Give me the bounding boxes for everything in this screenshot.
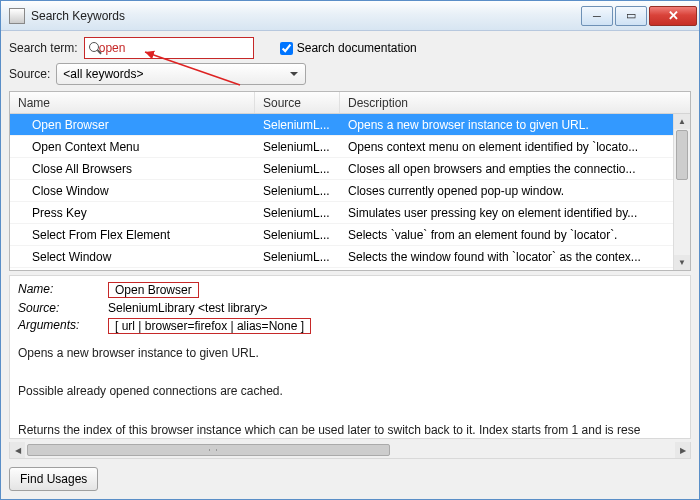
maximize-button[interactable]: ▭: [615, 6, 647, 26]
cell-desc: Selects `value` from an element found by…: [340, 228, 690, 242]
cell-name: Open Context Menu: [10, 140, 255, 154]
table-row[interactable]: Open BrowserSeleniumL...Opens a new brow…: [10, 114, 690, 136]
vertical-scrollbar[interactable]: ▲ ▼: [673, 114, 690, 270]
search-input[interactable]: [99, 41, 249, 55]
hscroll-thumb[interactable]: [27, 444, 390, 456]
cell-name: Close Window: [10, 184, 255, 198]
source-label: Source:: [9, 67, 50, 81]
table-body: Open BrowserSeleniumL...Opens a new brow…: [10, 114, 690, 270]
cell-name: Select From Flex Element: [10, 228, 255, 242]
cell-desc: Simulates user pressing key on element i…: [340, 206, 690, 220]
table-row[interactable]: Close WindowSeleniumL...Closes currently…: [10, 180, 690, 202]
cell-name: Open Browser: [10, 118, 255, 132]
cell-name: Close All Browsers: [10, 162, 255, 176]
minimize-button[interactable]: ─: [581, 6, 613, 26]
cell-desc: Opens a new browser instance to given UR…: [340, 118, 690, 132]
scroll-right-icon[interactable]: ▶: [675, 442, 690, 458]
col-name[interactable]: Name: [10, 92, 255, 113]
cell-source: SeleniumL...: [255, 250, 340, 264]
scroll-thumb[interactable]: [676, 130, 688, 180]
cell-source: SeleniumL...: [255, 118, 340, 132]
cell-desc: Closes currently opened pop-up window.: [340, 184, 690, 198]
table-row[interactable]: Open Context MenuSeleniumL...Opens conte…: [10, 136, 690, 158]
detail-args-label: Arguments:: [18, 318, 96, 334]
cell-source: SeleniumL...: [255, 140, 340, 154]
cell-source: SeleniumL...: [255, 228, 340, 242]
doc-line-3: Returns the index of this browser instan…: [18, 421, 682, 439]
results-table: Name Source Description Open BrowserSele…: [9, 91, 691, 271]
cell-desc: Selects the window found with `locator` …: [340, 250, 690, 264]
search-documentation-label: Search documentation: [297, 41, 417, 55]
source-select-value: <all keywords>: [63, 67, 143, 81]
table-row[interactable]: Select From Flex ElementSeleniumL...Sele…: [10, 224, 690, 246]
details-panel: Name: Open Browser Source: SeleniumLibra…: [9, 275, 691, 439]
search-keywords-window: Search Keywords ─ ▭ ✕ Search term: Searc…: [0, 0, 700, 500]
scroll-down-icon[interactable]: ▼: [674, 255, 690, 270]
scroll-up-icon[interactable]: ▲: [674, 114, 690, 129]
cell-source: SeleniumL...: [255, 162, 340, 176]
cell-name: Press Key: [10, 206, 255, 220]
detail-args-value: [ url | browser=firefox | alias=None ]: [108, 318, 311, 334]
window-title: Search Keywords: [31, 9, 581, 23]
table-row[interactable]: Press KeySeleniumL...Simulates user pres…: [10, 202, 690, 224]
table-row[interactable]: Select WindowSeleniumL...Selects the win…: [10, 246, 690, 268]
doc-line-1: Opens a new browser instance to given UR…: [18, 344, 682, 363]
source-select[interactable]: <all keywords>: [56, 63, 306, 85]
cell-desc: Opens context menu on element identified…: [340, 140, 690, 154]
cell-source: SeleniumL...: [255, 206, 340, 220]
find-usages-button[interactable]: Find Usages: [9, 467, 98, 491]
search-documentation-checkbox-input[interactable]: [280, 42, 293, 55]
table-row[interactable]: Close All BrowsersSeleniumL...Closes all…: [10, 158, 690, 180]
detail-source-label: Source:: [18, 301, 96, 315]
col-description[interactable]: Description: [340, 92, 690, 113]
detail-source-value: SeleniumLibrary <test library>: [108, 301, 267, 315]
search-icon: [89, 42, 95, 54]
col-source[interactable]: Source: [255, 92, 340, 113]
cell-desc: Closes all open browsers and empties the…: [340, 162, 690, 176]
doc-line-2: Possible already opened connections are …: [18, 382, 682, 401]
content-area: Search term: Search documentation Source…: [1, 31, 699, 499]
search-input-wrap[interactable]: [84, 37, 254, 59]
app-icon: [9, 8, 25, 24]
search-term-label: Search term:: [9, 41, 78, 55]
cell-source: SeleniumL...: [255, 184, 340, 198]
horizontal-scrollbar[interactable]: ◀ ▶: [9, 442, 691, 459]
scroll-left-icon[interactable]: ◀: [10, 442, 25, 458]
close-button[interactable]: ✕: [649, 6, 697, 26]
detail-name-value: Open Browser: [108, 282, 199, 298]
titlebar[interactable]: Search Keywords ─ ▭ ✕: [1, 1, 699, 31]
search-documentation-checkbox[interactable]: Search documentation: [280, 41, 417, 55]
detail-name-label: Name:: [18, 282, 96, 298]
table-header: Name Source Description: [10, 92, 690, 114]
cell-name: Select Window: [10, 250, 255, 264]
